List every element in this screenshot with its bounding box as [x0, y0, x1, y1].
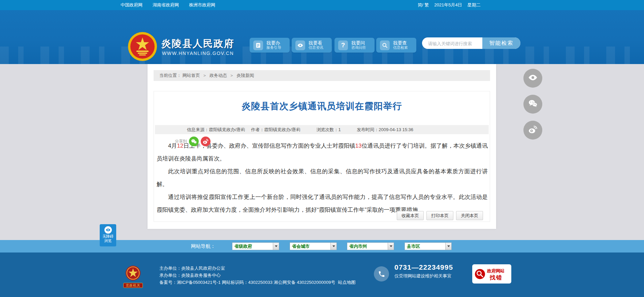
breadcrumb-news[interactable]: 炎陵新闻: [236, 73, 254, 78]
meta-pubtime: 2009-04-13 15:36: [379, 127, 413, 132]
content-card: 当前位置： 网站首页 ＞ 政务动态 ＞ 炎陵新闻 炎陵县首次乡镇通讯员培训在霞阳…: [148, 64, 496, 229]
top-bar: 中国政府网 湖南省政府网 株洲市政府网 简/ 繁 2021年5月4日 星期二: [0, 0, 644, 10]
meta-views: 1: [339, 127, 341, 132]
breadcrumb-separator: ＞: [230, 73, 234, 78]
nav-label: 网站导航：: [191, 240, 216, 253]
accessibility-label-line1: 无障碍: [100, 234, 116, 239]
gov-site-error-report-badge[interactable]: 政府网站 找错: [472, 264, 511, 284]
meta-pubtime-label: 发布时间：: [357, 127, 379, 132]
site-title: 炎陵县人民政府: [161, 37, 234, 51]
current-weekday: 星期二: [468, 2, 481, 8]
wechat-icon: [528, 98, 538, 110]
quick-button-sublabel: 信息资讯: [309, 46, 323, 50]
question-icon: ?: [338, 40, 348, 50]
chevron-down-icon: [273, 243, 279, 250]
article-box: 炎陵县首次乡镇通讯员培训在霞阳举行 信息来源：霞阳镇党政办/唐莉 作者：霞阳镇党…: [154, 91, 490, 222]
link-hunan-gov[interactable]: 湖南省政府网: [153, 2, 179, 8]
breadcrumb-separator: ＞: [202, 73, 207, 78]
eye-icon: [528, 72, 538, 84]
quick-button-cha[interactable]: 我要查信息检索: [376, 38, 416, 53]
party-badge-label: 党政机关: [123, 283, 143, 288]
meta-source-label: 信息来源：: [187, 127, 209, 132]
search-input[interactable]: [427, 37, 483, 50]
topbar-right: 简/ 繁 2021年5月4日 星期二: [418, 0, 481, 10]
national-emblem-logo: [127, 31, 158, 62]
meta-author-label: 作者：: [251, 127, 264, 132]
party-gov-badge: 党政机关: [123, 265, 143, 288]
site-footer: 党政机关 主办单位：炎陵县人民政府办公室 承办单位：炎陵县政务服务中心 备案号：…: [0, 253, 644, 297]
side-tool-weibo[interactable]: [523, 121, 542, 140]
meta-source: 霞阳镇党政办/唐莉: [209, 127, 245, 132]
article-actions: 收藏本页 打印本页 关闭本页: [397, 211, 483, 220]
breadcrumb-zhengwu[interactable]: 政务动态: [210, 73, 227, 78]
quick-button-label: 我要问: [351, 40, 366, 46]
select-county-districts[interactable]: 县市区: [405, 242, 452, 250]
quick-button-sublabel: 信息检索: [393, 46, 408, 50]
document-icon: [253, 40, 263, 50]
error-finder-icon: [475, 269, 485, 281]
select-provincial-gov[interactable]: 省级政府: [232, 242, 279, 250]
footer-info: 主办单位：炎陵县人民政府办公室 承办单位：炎陵县政务服务中心 备案号：湘ICP备…: [159, 265, 355, 286]
host-label: 主办单位：: [159, 266, 181, 271]
article-paragraph: 此次培训重点对信息的范围、信息所反映的社会效果、信息的采集、信息的写作技巧及通讯…: [157, 165, 488, 191]
party-emblem-icon: [125, 265, 141, 281]
share-weibo-icon[interactable]: [201, 137, 211, 146]
phone-icon: [374, 266, 389, 281]
weibo-icon: [528, 124, 538, 136]
close-page-button[interactable]: 关闭本页: [456, 211, 483, 220]
link-zhuzhou-gov[interactable]: 株洲市政府网: [189, 2, 215, 8]
print-page-button[interactable]: 打印本页: [426, 211, 453, 220]
lang-switch[interactable]: 简/ 繁: [418, 2, 429, 8]
article-meta: 信息来源：霞阳镇党政办/唐莉 作者：霞阳镇党政办/唐莉 浏览次数：1 发布时间：…: [155, 125, 489, 134]
smart-search-button[interactable]: 智能检索: [482, 37, 520, 49]
breadcrumb: 当前位置： 网站首页 ＞ 政务动态 ＞ 炎陵新闻: [154, 70, 490, 81]
quick-button-sublabel: 咨询问答: [351, 46, 366, 50]
icp-line: 备案号：湘ICP备05003421号-1 网站标识码：4302250033 湘公…: [159, 280, 335, 285]
quick-button-kan[interactable]: 我要看信息资讯: [292, 38, 332, 53]
search-bar: 智能检索: [422, 37, 520, 49]
select-province-cities[interactable]: 省内市州: [347, 242, 394, 250]
eye-icon: [104, 226, 112, 234]
article-body: 4月12日上午，县委办、政府办、宣传部信息写作方面的专业人士对霞阳镇13位通讯员…: [157, 140, 488, 216]
share-widget: 分享到: [175, 137, 211, 146]
meta-views-label: 浏览次数：: [317, 127, 339, 132]
breadcrumb-label: 当前位置：: [159, 73, 181, 78]
error-badge-line2: 找错: [490, 274, 503, 281]
quick-button-wen[interactable]: ? 我要问咨询问答: [334, 38, 375, 53]
chevron-down-icon: [330, 243, 336, 250]
error-badge-line1: 政府网站: [487, 268, 505, 274]
eye-icon: [295, 40, 305, 50]
organizer-label: 承办单位：: [159, 273, 181, 278]
host-name: 炎陵县人民政府办公室: [181, 266, 225, 271]
site-url: WWW.HNYANLING.GOV.CN: [162, 51, 234, 56]
chevron-down-icon: [388, 243, 394, 250]
breadcrumb-home[interactable]: 网站首页: [183, 73, 200, 78]
share-wechat-icon[interactable]: [189, 137, 199, 146]
accessibility-label-line2: 浏览: [100, 239, 116, 243]
current-date: 2021年5月4日: [434, 2, 462, 8]
quick-button-label: 我要查: [393, 40, 408, 46]
quick-button-label: 我要办: [266, 40, 281, 46]
article-title: 炎陵县首次乡镇通讯员培训在霞阳举行: [154, 100, 490, 112]
meta-author: 霞阳镇党政办/唐莉: [264, 127, 300, 132]
footer-phone-note: 仅受理网站建设维护相关事宜: [394, 273, 451, 279]
site-nav-band: 网站导航： 省级政府 省会城市 省内市州 县市区: [0, 240, 644, 253]
share-label: 分享到: [175, 139, 187, 144]
side-tool-wechat[interactable]: [523, 95, 542, 114]
magnifier-icon: [380, 40, 390, 50]
side-tool-view[interactable]: [523, 69, 542, 88]
footer-phone-number: 0731—22234995: [394, 263, 453, 271]
quick-button-sublabel: 服务引导: [266, 46, 281, 50]
select-capital-cities[interactable]: 省会城市: [290, 242, 337, 250]
site-header: 炎陵县人民政府 WWW.HNYANLING.GOV.CN 我要办服务引导 我要看…: [0, 10, 644, 64]
quick-button-banshi[interactable]: 我要办服务引导: [250, 38, 290, 53]
quick-button-label: 我要看: [309, 40, 323, 46]
organizer-name: 炎陵县政务服务中心: [181, 273, 221, 278]
accessibility-floater[interactable]: 无障碍 浏览: [100, 224, 116, 246]
favorite-page-button[interactable]: 收藏本页: [397, 211, 424, 220]
link-china-gov[interactable]: 中国政府网: [121, 2, 142, 8]
chevron-down-icon: [445, 243, 451, 250]
sitemap-link[interactable]: 站点地图: [338, 280, 355, 285]
gov-links: 中国政府网 湖南省政府网 株洲市政府网: [121, 0, 215, 10]
